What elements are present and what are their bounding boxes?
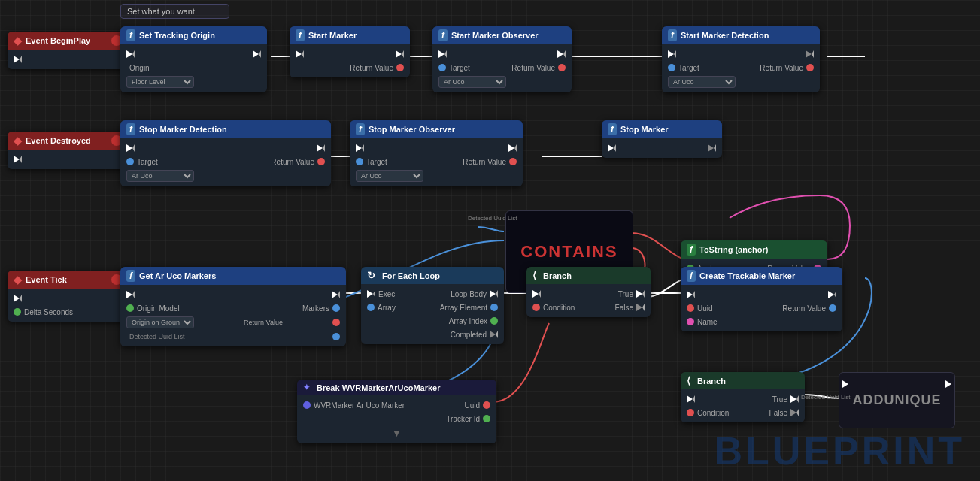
exec-in (438, 50, 447, 58)
branch1-title: Branch (543, 271, 572, 280)
start-marker-detection-node: f Start Marker Detection Target Return V… (662, 26, 820, 92)
stop-marker-observer-header: f Stop Marker Observer (350, 120, 523, 138)
start-marker-node: f Start Marker Return Value (290, 26, 410, 77)
event-tick-header: ◆ Event Tick (8, 271, 128, 289)
func-icon: f (687, 244, 696, 256)
exec-out (396, 50, 404, 58)
return-pin (317, 158, 325, 165)
exec-out-pin (14, 56, 22, 63)
array-pin (367, 304, 375, 311)
target-label: Target (134, 158, 268, 166)
true-label: True (769, 395, 790, 404)
name-row: Name (687, 315, 836, 328)
ar-uco-select[interactable]: Ar Uco (438, 76, 506, 88)
start-marker-observer-body: Target Return Value Ar Uco (432, 44, 572, 92)
expand-icon[interactable]: ▼ (392, 427, 402, 439)
event-destroyed-title: Event Destroyed (26, 136, 91, 145)
tracker-row: Tracker Id (303, 412, 490, 425)
expand-row[interactable]: ▼ (303, 425, 490, 440)
branch1-node: ⟨ Branch True Condition False (526, 267, 651, 317)
return-label: Return Value (508, 64, 558, 72)
contains-text: CONTAINS (520, 242, 617, 262)
stop-marker-observer-node: f Stop Marker Observer Target Return Val… (350, 120, 523, 186)
start-marker-detection-body: Target Return Value Ar Uco (662, 44, 820, 92)
exec-row (687, 288, 836, 301)
start-marker-body: Return Value (290, 44, 410, 77)
addunique-node: Detected Uuid List ADDUNIQUE (839, 372, 955, 428)
blueprint-watermark: BLUEPRINT (714, 428, 965, 473)
exec-row (668, 47, 814, 61)
addunique-right-pins (945, 380, 951, 398)
loop-body-label: Loop Body (448, 290, 490, 298)
array-index-label: Array Index (446, 317, 490, 325)
target-row: Target Return Value (668, 61, 814, 74)
markers-pin (332, 304, 340, 312)
func-icon: f (356, 123, 365, 135)
return-label: Return Value (460, 158, 509, 166)
stop-marker-header: f Stop Marker (602, 120, 722, 138)
origin-dropdown[interactable]: Origin on Ground (126, 316, 194, 328)
exec-out-pin (945, 380, 951, 388)
true-out (790, 395, 799, 403)
dropdown-row[interactable]: Ar Uco (356, 168, 517, 183)
origin-label: Origin (126, 64, 261, 72)
condition-row: Condition False (532, 301, 645, 314)
name-pin (687, 318, 694, 325)
dropdown-row[interactable]: Ar Uco (126, 168, 325, 183)
dropdown-row[interactable]: Ar Uco (438, 74, 566, 89)
detected-uuid-row: Detected Uuid List (126, 330, 340, 343)
event-icon: ◆ (14, 274, 22, 286)
for-each-loop-node: ↻ For Each Loop Exec Loop Body Array Arr… (361, 267, 504, 344)
exec-in-pin (842, 380, 848, 388)
tostring-anchor-header: f ToString (anchor) (681, 240, 827, 259)
exec-row (608, 141, 716, 155)
create-trackable-marker-header: f Create Trackable Marker (681, 267, 842, 285)
stop-marker-detection-node: f Stop Marker Detection Target Return Va… (120, 120, 331, 186)
exec-row (126, 141, 325, 155)
stop-marker-detection-body: Target Return Value Ar Uco (120, 138, 331, 186)
index-row: Array Index (367, 314, 498, 328)
dropdown-row[interactable]: Ar Uco (668, 74, 814, 89)
set-tracking-origin-node: f Set Tracking Origin Origin Floor Level (120, 26, 267, 92)
for-each-loop-title: For Each Loop (382, 271, 440, 280)
for-each-loop-header: ↻ For Each Loop (361, 267, 504, 284)
exec-in (356, 144, 364, 152)
target-row: Target Return Value (126, 155, 325, 168)
false-label: False (766, 409, 790, 417)
get-ar-uco-markers-node: f Get Ar Uco Markers Origin Model Marker… (120, 267, 346, 346)
tracker-label: Tracker Id (443, 415, 483, 423)
get-ar-uco-markers-title: Get Ar Uco Markers (139, 271, 216, 280)
uuid-out-pin (483, 401, 490, 409)
dropdown-row[interactable]: Origin on Ground Return Value (126, 315, 340, 330)
ar-uco-select-4[interactable]: Ar Uco (356, 170, 423, 182)
return-pin (509, 158, 517, 165)
start-marker-observer-node: f Start Marker Observer Target Return Va… (432, 26, 572, 92)
start-marker-title: Start Marker (308, 31, 357, 40)
get-ar-uco-markers-body: Origin Model Markers Origin on Ground Re… (120, 285, 346, 346)
create-trackable-marker-title: Create Trackable Marker (699, 271, 795, 280)
exec-out (828, 291, 836, 298)
false-out (636, 304, 645, 311)
true-out (636, 290, 645, 298)
addunique-text: ADDUNIQUE (852, 392, 941, 408)
ar-uco-select-3[interactable]: Ar Uco (126, 170, 194, 182)
branch2-header: ⟨ Branch (681, 372, 805, 389)
array-label: Array (375, 304, 437, 312)
return-pin (806, 64, 814, 71)
exec-row (14, 153, 122, 166)
exec-out (508, 144, 517, 152)
return-label: Return Value (268, 158, 317, 166)
target-pin (668, 64, 675, 71)
target-pin (126, 158, 134, 165)
exec-out (332, 291, 340, 298)
start-marker-detection-header: f Start Marker Detection (662, 26, 820, 44)
floor-level-select[interactable]: Floor Level (126, 76, 194, 88)
ar-uco-select-2[interactable]: Ar Uco (668, 76, 736, 88)
condition-label: Condition (694, 409, 766, 417)
exec-out (14, 295, 22, 302)
event-beginplay-node: ◆ Event BeginPlay (8, 32, 128, 69)
branch2-title: Branch (697, 377, 726, 386)
dropdown-row[interactable]: Floor Level (126, 74, 261, 89)
array-row: Array Array Element (367, 301, 498, 314)
exec-out (317, 144, 325, 152)
